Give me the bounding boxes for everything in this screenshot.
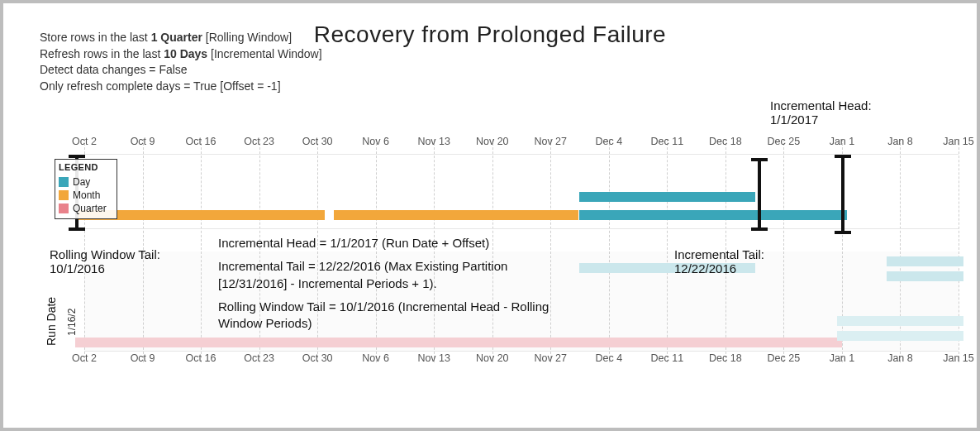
legend-title: LEGEND: [59, 161, 113, 174]
config-store: Store rows in the last 1 Quarter [Rollin…: [40, 30, 322, 46]
description-line: Incremental Tail = 12/22/2016 (Max Exist…: [218, 258, 573, 292]
month-bar: [334, 210, 578, 220]
annotation-incremental-tail: Incremental Tail: 12/22/2016: [674, 248, 764, 275]
config-only-complete: Only refresh complete days = True [Offse…: [40, 79, 322, 95]
description-line: Rolling Window Tail = 10/1/2016 (Increme…: [218, 299, 573, 333]
day-square: [954, 331, 963, 341]
swatch-icon: [59, 204, 69, 213]
legend-quarter: Quarter: [59, 202, 113, 215]
y-axis-label: Run Date: [45, 297, 58, 346]
quarter-bar-faint: [75, 338, 842, 347]
config-refresh: Refresh rows in the last 10 Days [Increm…: [40, 46, 322, 63]
legend-day: Day: [59, 175, 113, 189]
config-block: Store rows in the last 1 Quarter [Rollin…: [40, 30, 322, 94]
legend: LEGEND Day Month Quarter: [55, 159, 117, 219]
annotation-rolling-tail: Rolling Window Tail: 10/1/2016: [50, 248, 160, 275]
figure-inner: Recovery from Prolonged Failure Store ro…: [20, 15, 960, 416]
annotation-incremental-head: Incremental Head: 1/1/2017: [770, 99, 872, 127]
day-square: [745, 192, 755, 202]
description-line: Incremental Head = 1/1/2017 (Run Date + …: [218, 235, 573, 251]
swatch-icon: [59, 177, 69, 187]
incremental-tail-marker: [758, 159, 761, 230]
legend-month: Month: [59, 189, 113, 202]
y-axis-tick: 1/16/2: [66, 309, 78, 336]
day-square: [954, 316, 963, 326]
day-square: [954, 256, 963, 266]
figure-frame: Recovery from Prolonged Failure Store ro…: [0, 0, 980, 431]
config-detect: Detect data changes = False: [40, 62, 322, 79]
swatch-icon: [59, 190, 69, 200]
incremental-head-marker: [841, 156, 844, 233]
description-block: Incremental Head = 1/1/2017 (Run Date + …: [218, 235, 573, 332]
day-square: [954, 271, 963, 281]
